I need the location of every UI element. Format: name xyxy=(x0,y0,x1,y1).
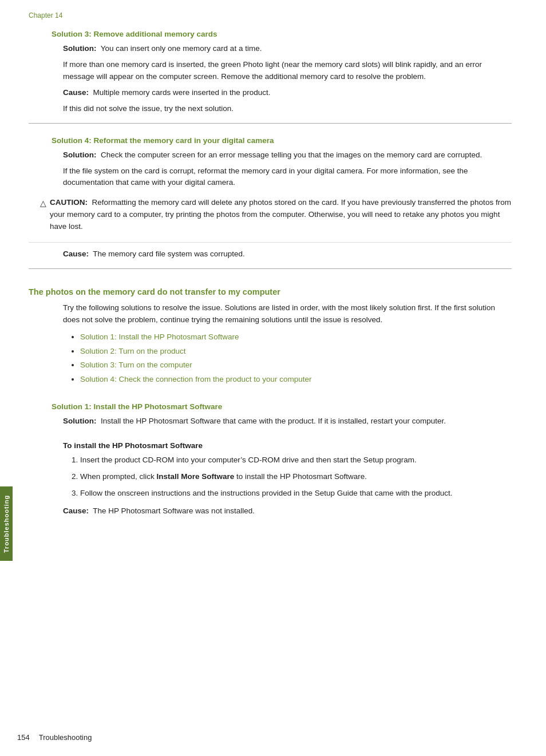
solution1-cause-text: The HP Photosmart Software was not insta… xyxy=(93,506,255,515)
solution4-heading: Solution 4: Reformat the memory card in … xyxy=(52,136,523,145)
caution-icon: △ xyxy=(40,197,46,210)
solution1-solution-text: Install the HP Photosmart Software that … xyxy=(101,417,446,425)
list-item: Follow the onscreen instructions and the… xyxy=(80,488,512,500)
solution1-photos-heading: Solution 1: Install the HP Photosmart So… xyxy=(52,402,523,411)
solution4-solution: Solution: Check the computer screen for … xyxy=(63,149,512,189)
solution3-solution-label: Solution: xyxy=(63,44,96,53)
solution3-para1: If more than one memory card is inserted… xyxy=(63,59,512,83)
content-area: Chapter 14 Solution 3: Remove additional… xyxy=(17,11,523,517)
solution2-link[interactable]: Solution 2: Turn on the product xyxy=(80,347,186,355)
list-item[interactable]: Solution 2: Turn on the product xyxy=(80,345,512,358)
solution1-link[interactable]: Solution 1: Install the HP Photosmart So… xyxy=(80,333,239,341)
solution1-solution-label: Solution: xyxy=(63,417,96,425)
sidebar-label: Troubleshooting xyxy=(0,486,13,561)
caution-body: Reformatting the memory card will delete… xyxy=(50,198,511,231)
list-item: Insert the product CD-ROM into your comp… xyxy=(80,454,512,466)
solution3-link[interactable]: Solution 3: Turn on the computer xyxy=(80,361,192,369)
solution1-cause-label: Cause: xyxy=(63,506,89,515)
divider-after-solution3 xyxy=(29,123,512,124)
install-more-software-bold: Install More Software xyxy=(157,472,235,481)
solution4-cause-label: Cause: xyxy=(63,250,89,258)
page-container: Troubleshooting Chapter 14 Solution 3: R… xyxy=(0,0,546,756)
list-item[interactable]: Solution 3: Turn on the computer xyxy=(80,359,512,371)
list-item: When prompted, click Install More Softwa… xyxy=(80,471,512,483)
install-steps: Insert the product CD-ROM into your comp… xyxy=(80,454,512,500)
solution4-link[interactable]: Solution 4: Check the connection from th… xyxy=(80,375,311,383)
photos-intro: Try the following solutions to resolve t… xyxy=(63,302,512,326)
solution3-cause-label: Cause: xyxy=(63,88,89,97)
divider-after-solution4 xyxy=(29,268,512,269)
photos-intro-text: Try the following solutions to resolve t… xyxy=(63,302,512,326)
chapter-label: Chapter 14 xyxy=(29,11,523,19)
list-item[interactable]: Solution 4: Check the connection from th… xyxy=(80,373,512,386)
page-footer: 154 Troubleshooting xyxy=(17,733,523,742)
list-item[interactable]: Solution 1: Install the HP Photosmart So… xyxy=(80,331,512,343)
install-sub-heading: To install the HP Photosmart Software xyxy=(63,441,523,450)
photos-bullet-list: Solution 1: Install the HP Photosmart So… xyxy=(80,331,512,385)
solution4-cause-text: The memory card file system was corrupte… xyxy=(93,250,245,258)
solution3-solution: Solution: You can insert only one memory… xyxy=(63,43,512,115)
solution3-heading: Solution 3: Remove additional memory car… xyxy=(52,30,523,38)
caution-text: CAUTION: Reformatting the memory card wi… xyxy=(50,197,512,233)
footer-label: Troubleshooting xyxy=(39,733,92,742)
solution3-cause-text: Multiple memory cards were inserted in t… xyxy=(93,88,271,97)
solution4-solution-label: Solution: xyxy=(63,151,96,159)
photos-section-heading: The photos on the memory card do not tra… xyxy=(29,287,523,296)
solution3-next: If this did not solve the issue, try the… xyxy=(63,103,512,115)
solution3-solution-text: You can insert only one memory card at a… xyxy=(101,44,262,53)
solution4-cause: Cause: The memory card file system was c… xyxy=(63,248,512,260)
page-number: 154 xyxy=(17,733,30,742)
solution1-cause: Cause: The HP Photosmart Software was no… xyxy=(63,505,512,517)
caution-block: △ CAUTION: Reformatting the memory card … xyxy=(40,193,512,236)
divider-after-caution xyxy=(29,242,512,243)
solution4-solution-text: Check the computer screen for an error m… xyxy=(101,151,482,159)
caution-label: CAUTION: xyxy=(50,198,88,207)
solution1-photos-solution: Solution: Install the HP Photosmart Soft… xyxy=(63,415,512,428)
solution4-para1: If the file system on the card is corrup… xyxy=(63,165,512,189)
